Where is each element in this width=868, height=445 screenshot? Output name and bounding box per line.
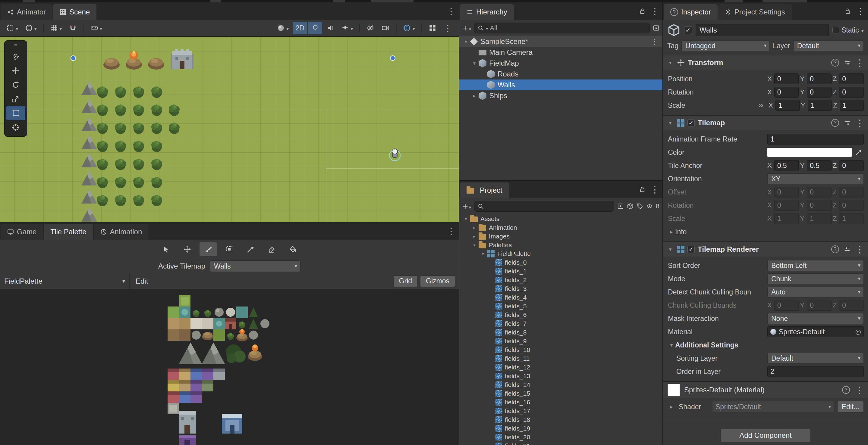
tp-picker-tool-button[interactable]	[242, 242, 259, 256]
scene-tab-kebab-icon[interactable]	[447, 6, 456, 16]
project-item[interactable]: fields_19	[459, 424, 662, 433]
foldout-arrow-icon[interactable]: ▾	[462, 216, 470, 221]
color-swatch[interactable]	[767, 148, 852, 157]
foldout-arrow-icon[interactable]	[668, 229, 675, 235]
overlay-grip-handle[interactable]	[6, 42, 25, 49]
tab-animator[interactable]: Animator	[1, 4, 53, 20]
material-section-header[interactable]: Sprites-Default (Material)	[663, 381, 868, 398]
snap-magnet-button[interactable]	[66, 22, 80, 34]
foldout-arrow-icon[interactable]	[667, 120, 674, 126]
y-field[interactable]: 0	[807, 73, 832, 84]
lock-icon[interactable]	[844, 8, 851, 14]
lighting-toggle-button[interactable]	[308, 22, 322, 34]
tp-eraser-tool-button[interactable]	[263, 242, 280, 256]
scene-tilemap-canvas[interactable]	[0, 37, 459, 222]
presets-icon[interactable]	[844, 59, 850, 66]
hierarchy-item[interactable]: Main Camera	[459, 47, 662, 58]
scene-viewport[interactable]	[0, 37, 459, 222]
tab-game[interactable]: Game	[1, 224, 43, 240]
visibility-toggle-button[interactable]	[364, 22, 377, 34]
gizmos-toggle-button[interactable]: Gizmos	[420, 275, 455, 287]
rotate-tool-button[interactable]	[6, 78, 25, 92]
project-item[interactable]: fields_3	[459, 284, 662, 293]
z-field[interactable]: 1	[840, 100, 864, 111]
hidden-count-eye-icon[interactable]	[646, 203, 653, 210]
help-icon[interactable]	[842, 386, 850, 394]
material-kebab-icon[interactable]	[855, 385, 864, 395]
color-picker-icon[interactable]	[854, 148, 864, 157]
y-field[interactable]: 0.5	[807, 160, 832, 171]
tag-dropdown[interactable]: Untagged	[681, 40, 770, 51]
tile-palette-kebab-icon[interactable]	[447, 226, 456, 236]
row-kebab-icon[interactable]	[650, 37, 662, 46]
tilemap-renderer-header[interactable]: Tilemap Renderer	[663, 242, 868, 256]
info-foldout[interactable]: Info	[668, 225, 864, 238]
grid-snap-button[interactable]	[47, 22, 65, 34]
z-field[interactable]: 0	[839, 73, 864, 84]
project-item[interactable]: fields_1	[459, 267, 662, 275]
move-tool-button[interactable]	[6, 64, 25, 77]
project-create-button[interactable]	[462, 202, 471, 210]
z-field[interactable]: 0	[839, 87, 864, 98]
tp-box-fill-tool-button[interactable]	[221, 242, 238, 256]
component-kebab-icon[interactable]	[855, 244, 864, 255]
tab-project-settings[interactable]: Project Settings	[718, 4, 792, 20]
order-in-layer-field[interactable]: 2	[767, 366, 864, 377]
project-item[interactable]: fields_18	[459, 415, 662, 424]
lock-icon[interactable]	[639, 186, 646, 193]
project-item[interactable]: fields_13	[459, 372, 662, 380]
project-item[interactable]: fields_16	[459, 398, 662, 407]
scene-grid-visibility-button[interactable]	[400, 22, 418, 34]
project-item[interactable]: fields_11	[459, 354, 662, 363]
project-item[interactable]: fields_9	[459, 337, 662, 345]
y-field[interactable]: 1	[808, 100, 832, 111]
tab-scene[interactable]: Scene	[53, 4, 96, 20]
component-overlay-button[interactable]	[426, 22, 439, 34]
shader-edit-button[interactable]: Edit...	[837, 401, 864, 412]
project-kebab-icon[interactable]	[650, 184, 659, 195]
component-kebab-icon[interactable]	[855, 118, 864, 128]
lock-icon[interactable]	[639, 8, 646, 14]
scene-toolbar-kebab[interactable]	[441, 22, 455, 34]
project-item[interactable]: fields_15	[459, 389, 662, 398]
foldout-arrow-icon[interactable]	[668, 342, 675, 348]
project-item[interactable]: fields_5	[459, 302, 662, 310]
package-icon[interactable]	[627, 203, 633, 210]
foldout-arrow-icon[interactable]	[667, 246, 674, 252]
hierarchy-item[interactable]: ▾ FieldMap	[459, 58, 662, 69]
grid-toggle-button[interactable]: Grid	[393, 275, 418, 287]
palette-edit-button[interactable]: Edit	[135, 277, 148, 285]
scale-tool-button[interactable]	[6, 92, 25, 106]
shader-dropdown[interactable]: Sprites/Default	[712, 401, 834, 412]
hierarchy-search-input[interactable]: All	[474, 23, 650, 33]
tab-tile-palette[interactable]: Tile Palette	[44, 224, 93, 240]
add-component-button[interactable]: Add Component	[720, 429, 811, 442]
project-item[interactable]: fields_0	[459, 258, 662, 267]
static-caret-icon[interactable]	[861, 26, 864, 34]
tab-inspector[interactable]: Inspector	[664, 4, 718, 20]
presets-icon[interactable]	[844, 246, 850, 252]
camera-preview-button[interactable]	[378, 22, 393, 34]
tab-hierarchy[interactable]: Hierarchy	[460, 4, 514, 20]
pivot-globe-button[interactable]	[22, 22, 40, 34]
foldout-arrow-icon[interactable]: ▸	[470, 93, 478, 99]
search-filter-caret-icon[interactable]	[486, 24, 488, 32]
gameobject-active-checkbox[interactable]	[684, 26, 692, 34]
project-item[interactable]: fields_6	[459, 310, 662, 319]
tp-select-tool-button[interactable]	[157, 242, 175, 256]
active-tilemap-dropdown[interactable]: Walls	[210, 261, 301, 272]
tile-palette-canvas[interactable]	[0, 289, 459, 445]
foldout-arrow-icon[interactable]: ▸	[470, 234, 478, 239]
component-kebab-icon[interactable]	[855, 58, 864, 68]
foldout-arrow-icon[interactable]: ▸	[470, 225, 478, 230]
project-item[interactable]: fields_8	[459, 328, 662, 337]
help-icon[interactable]	[831, 59, 839, 67]
tool-settings-button[interactable]	[4, 22, 21, 34]
foldout-arrow-icon[interactable]	[668, 404, 675, 410]
foldout-arrow-icon[interactable]: ▾	[470, 60, 478, 67]
help-icon[interactable]	[831, 119, 839, 127]
tilemap-enabled-checkbox[interactable]	[687, 119, 695, 127]
effects-toggle-button[interactable]	[338, 22, 356, 34]
project-item[interactable]: fields_14	[459, 380, 662, 389]
transform-tool-button[interactable]	[6, 121, 25, 134]
